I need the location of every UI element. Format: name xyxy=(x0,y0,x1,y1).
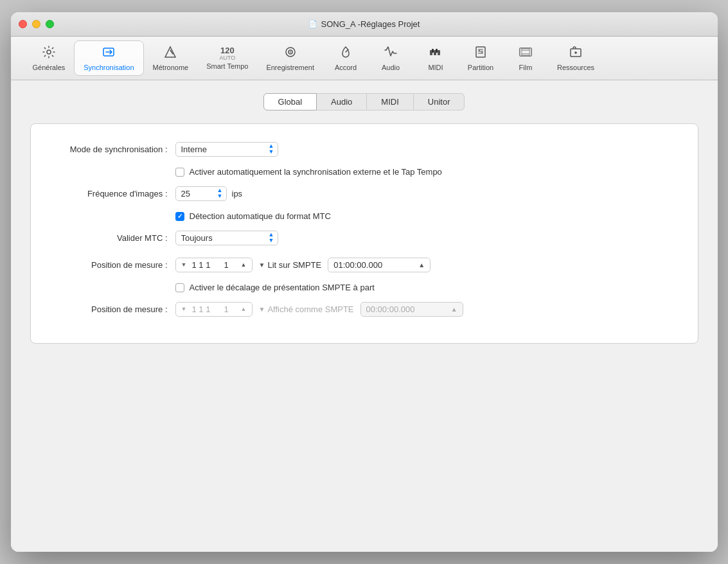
pos2-smpte-time[interactable]: 00:00:00.000 ▲ xyxy=(360,302,463,317)
checkbox-auto-detect[interactable] xyxy=(175,212,184,221)
traffic-lights xyxy=(19,20,54,28)
pos2-beat-value: 1 xyxy=(216,304,237,314)
svg-point-17 xyxy=(479,50,480,51)
mode-select-wrapper: Interne Externe ▲ ▼ xyxy=(175,142,278,157)
freq-unit: ips xyxy=(232,189,243,198)
midi-label: MIDI xyxy=(428,64,443,71)
toolbar-item-audio[interactable]: Audio xyxy=(368,41,413,75)
tab-audio[interactable]: Audio xyxy=(317,93,367,110)
audio-label: Audio xyxy=(382,64,400,71)
svg-point-0 xyxy=(47,50,51,54)
pos1-row: Position de mesure : ▼ 1 1 1 1 ▲ ▼ Lit s… xyxy=(50,256,679,274)
valider-label: Valider MTC : xyxy=(50,233,175,243)
pos1-label: Position de mesure : xyxy=(50,260,175,270)
resources-icon xyxy=(569,45,583,62)
checkbox-auto-sync[interactable] xyxy=(175,168,184,177)
checkbox3-row: Activer le décalage de présentation SMPT… xyxy=(175,283,679,292)
sync-icon xyxy=(102,45,116,62)
ressources-label: Ressources xyxy=(557,64,594,71)
freq-select[interactable]: 25 24 30 xyxy=(175,186,227,201)
source2-dropdown-arrow[interactable]: ▼ xyxy=(259,306,265,313)
toolbar-item-accord[interactable]: Accord xyxy=(323,41,368,75)
document-icon: 📄 xyxy=(308,20,317,28)
checkbox2-label: Détection automatique du format MTC xyxy=(190,211,331,221)
svg-rect-12 xyxy=(436,49,438,53)
svg-rect-21 xyxy=(529,48,531,56)
svg-point-6 xyxy=(290,51,291,53)
pos2-time-value: 00:00:00.000 xyxy=(366,304,415,314)
smart-tempo-label: Smart Tempo xyxy=(206,62,248,70)
film-icon xyxy=(519,45,533,62)
toolbar-item-partition[interactable]: Partition xyxy=(458,41,503,75)
content-area: Global Audio MIDI Unitor Mode de synchro… xyxy=(11,80,718,552)
pos2-label: Position de mesure : xyxy=(50,304,175,314)
freq-select-wrapper: 25 24 30 ▲ ▼ xyxy=(175,186,227,201)
tuner-icon xyxy=(339,45,353,62)
tab-bar: Global Audio MIDI Unitor xyxy=(30,93,698,110)
maximize-button[interactable] xyxy=(46,20,54,28)
minimize-button[interactable] xyxy=(32,20,40,28)
pos2-time-up-arrow[interactable]: ▲ xyxy=(451,306,457,313)
toolbar: Générales Synchronisation Métronome xyxy=(11,37,718,80)
toolbar-item-metronome[interactable]: Métronome xyxy=(144,41,198,75)
toolbar-item-generales[interactable]: Générales xyxy=(24,41,75,75)
metronome-icon xyxy=(163,45,177,62)
pos1-down-arrow[interactable]: ▼ xyxy=(181,262,187,268)
pos1-measure-value: 1 1 1 xyxy=(190,260,211,270)
freq-row: Fréquence d'images : 25 24 30 ▲ ▼ ips xyxy=(50,184,679,202)
pos2-down-arrow[interactable]: ▼ xyxy=(181,306,187,312)
checkbox1-row: Activer automatiquement la synchronisati… xyxy=(175,167,679,177)
pos2-measure-field[interactable]: ▼ 1 1 1 1 ▲ xyxy=(175,302,253,317)
toolbar-item-midi[interactable]: MIDI xyxy=(413,41,458,75)
mode-label: Mode de synchronisation : xyxy=(50,145,175,154)
close-button[interactable] xyxy=(19,20,27,28)
pos1-measure-field[interactable]: ▼ 1 1 1 1 ▲ xyxy=(175,258,253,272)
toolbar-item-film[interactable]: Film xyxy=(503,41,548,75)
pos1-beat-value: 1 xyxy=(216,260,237,270)
lit-sur-smpte-wrapper: ▼ Lit sur SMPTE xyxy=(259,260,322,270)
valider-control: Toujours Jamais ▲ ▼ xyxy=(175,231,278,245)
main-window: 📄 SONG_A -Réglages Projet Générales xyxy=(11,12,718,552)
freq-control: 25 24 30 ▲ ▼ ips xyxy=(175,186,243,201)
pos1-up-arrow[interactable]: ▲ xyxy=(241,262,247,268)
source-dropdown-arrow[interactable]: ▼ xyxy=(259,261,265,269)
pos1-smpte-time[interactable]: 01:00:00.000 ▲ xyxy=(328,258,431,272)
pos2-control: ▼ 1 1 1 1 ▲ ▼ Affiché comme SMPTE 00:00:… xyxy=(175,302,463,317)
pos1-time-value: 01:00:00.000 xyxy=(333,260,382,270)
pos2-measure-value: 1 1 1 xyxy=(190,304,211,314)
pos2-row: Position de mesure : ▼ 1 1 1 1 ▲ ▼ Affic… xyxy=(50,300,679,318)
pos1-source-label: Lit sur SMPTE xyxy=(267,260,321,270)
toolbar-item-enregistrement[interactable]: Enregistrement xyxy=(257,41,323,75)
gear-icon xyxy=(42,45,56,62)
svg-rect-10 xyxy=(438,50,440,55)
score-icon xyxy=(474,45,488,62)
valider-select[interactable]: Toujours Jamais xyxy=(175,231,278,245)
synchronisation-label: Synchronisation xyxy=(84,64,134,71)
toolbar-item-smart-tempo[interactable]: 120 AUTO Smart Tempo xyxy=(197,42,257,74)
mode-control: Interne Externe ▲ ▼ xyxy=(175,142,278,157)
settings-panel: Mode de synchronisation : Interne Extern… xyxy=(30,123,698,344)
smart-tempo-icon: 120 AUTO xyxy=(219,46,235,61)
pos2-up-arrow[interactable]: ▲ xyxy=(241,306,247,312)
toolbar-item-synchronisation[interactable]: Synchronisation xyxy=(74,40,143,76)
tab-global[interactable]: Global xyxy=(263,93,317,110)
audio-icon xyxy=(384,45,398,62)
checkbox-decalage[interactable] xyxy=(175,283,184,292)
tab-midi[interactable]: MIDI xyxy=(367,93,413,110)
svg-rect-13 xyxy=(476,47,485,57)
svg-rect-20 xyxy=(520,48,522,56)
accord-label: Accord xyxy=(335,64,357,71)
pos1-time-up-arrow[interactable]: ▲ xyxy=(418,261,425,269)
svg-point-18 xyxy=(481,52,483,53)
toolbar-item-ressources[interactable]: Ressources xyxy=(548,41,603,75)
mode-select[interactable]: Interne Externe xyxy=(175,142,278,157)
tab-unitor[interactable]: Unitor xyxy=(414,93,465,110)
metronome-label: Métronome xyxy=(153,64,189,71)
pos1-control: ▼ 1 1 1 1 ▲ ▼ Lit sur SMPTE 01:00:00.000… xyxy=(175,258,431,272)
affiche-smpte-wrapper: ▼ Affiché comme SMPTE xyxy=(259,304,354,314)
valider-select-wrapper: Toujours Jamais ▲ ▼ xyxy=(175,231,278,245)
checkbox1-label: Activer automatiquement la synchronisati… xyxy=(190,167,442,177)
enregistrement-label: Enregistrement xyxy=(266,64,314,71)
record-icon xyxy=(283,45,297,62)
film-label: Film xyxy=(519,64,533,71)
